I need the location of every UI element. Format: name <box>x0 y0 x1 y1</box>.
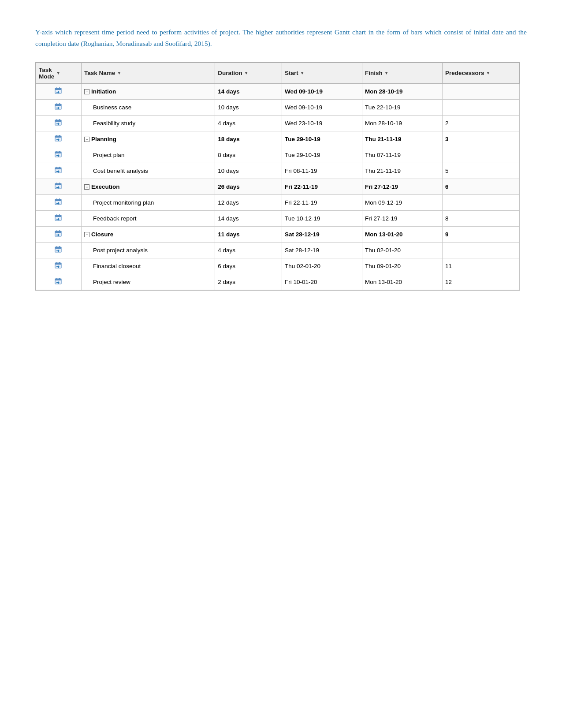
finish-cell: Mon 09-12-19 <box>362 194 442 210</box>
task-name-text: Cost benefit analysis <box>84 168 148 174</box>
svg-rect-25 <box>55 183 61 185</box>
svg-rect-6 <box>56 103 57 105</box>
col-label-duration: Duration <box>218 70 242 76</box>
task-name-text: Feedback report <box>84 215 136 222</box>
svg-rect-13 <box>55 136 61 138</box>
task-mode-icon <box>55 166 63 174</box>
predecessors-cell: 3 <box>442 131 519 147</box>
finish-cell: Thu 21-11-19 <box>362 163 442 179</box>
table-row: Post project analysis4 daysSat 28-12-19T… <box>36 242 520 258</box>
task-name-text: Feasibility study <box>84 120 135 127</box>
finish-cell: Mon 28-10-19 <box>362 115 442 131</box>
svg-rect-45 <box>55 263 61 265</box>
task-mode-cell <box>36 131 82 147</box>
svg-rect-38 <box>56 230 57 232</box>
start-cell: Fri 10-01-20 <box>282 274 362 290</box>
svg-rect-18 <box>56 151 57 153</box>
sort-arrow-start[interactable]: ▼ <box>300 71 305 75</box>
predecessors-cell: 5 <box>442 163 519 179</box>
finish-cell: Fri 27-12-19 <box>362 210 442 226</box>
svg-rect-3 <box>59 87 60 89</box>
svg-rect-33 <box>55 215 61 217</box>
svg-rect-22 <box>56 167 57 168</box>
svg-rect-14 <box>56 135 57 137</box>
sort-arrow-task-mode[interactable]: ▼ <box>56 71 60 75</box>
col-header-task-mode[interactable]: TaskMode ▼ <box>36 63 82 83</box>
svg-rect-23 <box>59 167 60 168</box>
svg-rect-7 <box>59 103 60 105</box>
svg-rect-37 <box>55 231 61 233</box>
duration-cell: 14 days <box>215 83 282 99</box>
predecessors-cell <box>442 147 519 163</box>
task-name-text: Project plan <box>84 152 124 158</box>
svg-rect-10 <box>56 119 57 121</box>
collapse-indicator[interactable]: − <box>84 137 89 142</box>
start-cell: Wed 23-10-19 <box>282 115 362 131</box>
start-cell: Tue 29-10-19 <box>282 147 362 163</box>
col-label-predecessors: Predecessors <box>445 70 484 76</box>
collapse-indicator[interactable]: − <box>84 89 89 94</box>
task-mode-icon <box>55 261 63 269</box>
task-name-text: Project review <box>84 279 130 285</box>
task-name-cell: −Planning <box>82 131 215 147</box>
duration-cell: 4 days <box>215 115 282 131</box>
start-cell: Tue 29-10-19 <box>282 131 362 147</box>
task-mode-icon <box>55 246 63 254</box>
task-mode-cell <box>36 258 82 274</box>
col-header-start[interactable]: Start ▼ <box>282 63 362 83</box>
duration-cell: 18 days <box>215 131 282 147</box>
svg-rect-34 <box>56 214 57 216</box>
svg-rect-51 <box>59 278 60 280</box>
start-cell: Fri 22-11-19 <box>282 194 362 210</box>
task-mode-icon <box>55 87 63 95</box>
svg-rect-11 <box>59 119 60 121</box>
svg-rect-5 <box>55 104 61 106</box>
svg-rect-9 <box>55 120 61 122</box>
svg-rect-29 <box>55 199 61 201</box>
svg-rect-19 <box>59 151 60 153</box>
table-body: −Initiation14 daysWed 09-10-19Mon 28-10-… <box>36 83 520 290</box>
task-name-cell: Cost benefit analysis <box>82 163 215 179</box>
task-name-text: Financial closeout <box>84 263 141 269</box>
predecessors-cell: 8 <box>442 210 519 226</box>
task-name-text: −Initiation <box>84 88 116 95</box>
sort-arrow-finish[interactable]: ▼ <box>384 71 389 75</box>
task-name-text: Business case <box>84 104 131 111</box>
predecessors-cell: 6 <box>442 179 519 194</box>
duration-cell: 4 days <box>215 242 282 258</box>
finish-cell: Mon 28-10-19 <box>362 83 442 99</box>
table-row: Project plan8 daysTue 29-10-19Thu 07-11-… <box>36 147 520 163</box>
sort-arrow-duration[interactable]: ▼ <box>244 71 249 75</box>
collapse-indicator[interactable]: − <box>84 184 89 190</box>
duration-cell: 10 days <box>215 99 282 115</box>
start-cell: Sat 28-12-19 <box>282 242 362 258</box>
finish-cell: Thu 02-01-20 <box>362 242 442 258</box>
finish-cell: Mon 13-01-20 <box>362 226 442 242</box>
duration-cell: 10 days <box>215 163 282 179</box>
col-label-finish: Finish <box>365 70 383 76</box>
predecessors-cell <box>442 194 519 210</box>
svg-rect-17 <box>55 152 61 153</box>
col-header-finish[interactable]: Finish ▼ <box>362 63 442 83</box>
start-cell: Wed 09-10-19 <box>282 83 362 99</box>
table-row: −Execution26 daysFri 22-11-19Fri 27-12-1… <box>36 179 520 194</box>
task-mode-cell <box>36 210 82 226</box>
task-name-cell: −Execution <box>82 179 215 194</box>
start-cell: Thu 02-01-20 <box>282 258 362 274</box>
col-header-task-name[interactable]: Task Name ▼ <box>82 63 215 83</box>
duration-cell: 2 days <box>215 274 282 290</box>
task-mode-icon <box>55 119 63 127</box>
col-header-predecessors[interactable]: Predecessors ▼ <box>442 63 519 83</box>
col-header-duration[interactable]: Duration ▼ <box>215 63 282 83</box>
task-mode-icon <box>55 103 63 111</box>
table-row: −Initiation14 daysWed 09-10-19Mon 28-10-… <box>36 83 520 99</box>
collapse-indicator[interactable]: − <box>84 232 89 237</box>
predecessors-cell <box>442 99 519 115</box>
sort-arrow-task-name[interactable]: ▼ <box>117 71 121 75</box>
predecessors-cell <box>442 242 519 258</box>
duration-cell: 6 days <box>215 258 282 274</box>
sort-arrow-predecessors[interactable]: ▼ <box>486 71 490 75</box>
task-name-cell: Financial closeout <box>82 258 215 274</box>
table-row: Feedback report14 daysTue 10-12-19Fri 27… <box>36 210 520 226</box>
col-label-task-name: Task Name <box>84 70 115 76</box>
